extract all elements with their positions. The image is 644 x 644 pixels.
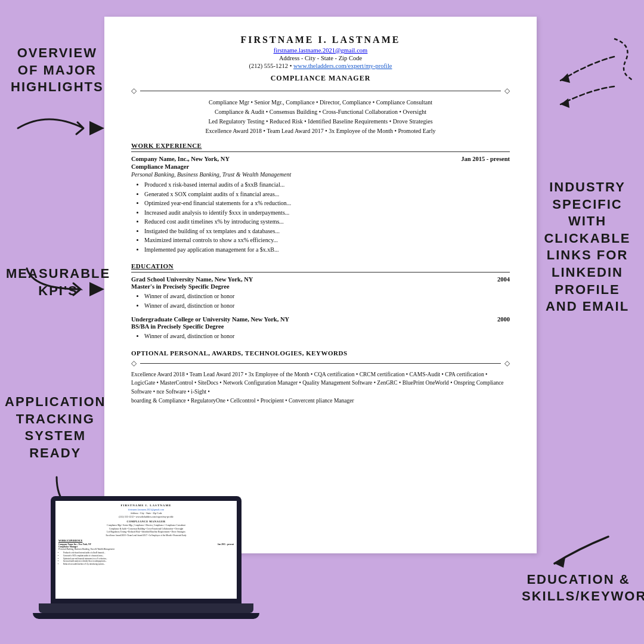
laptop-screen: FIRSTNAME I. LASTNAME firstname.lastname… [51, 496, 242, 603]
email-link[interactable]: firstname.lastname.2021@gmail.com [274, 47, 368, 54]
optional-text: Excellence Award 2018 • Team Lead Award … [131, 370, 510, 405]
work-divider [131, 151, 510, 152]
edu2-bullets: Winner of award, distinction or honor [144, 332, 510, 341]
bullet-3: Optimized year-end financial statements … [144, 199, 510, 208]
bullet-4: Increased audit analysis to identify $xx… [144, 208, 510, 218]
job1-header: Company Name, Inc., New York, NY Jan 201… [131, 156, 510, 162]
diamond-divider-top [131, 86, 510, 95]
resume-address: Address - City - State - Zip Code [131, 55, 510, 61]
bullet-2: Generated x SOX complaint audits of x fi… [144, 190, 510, 199]
edu-divider [131, 272, 510, 273]
optional-section: OPTIONAL PERSONAL, AWARDS, TECHNOLOGIES,… [131, 349, 510, 405]
edu1-degree: Master's in Precisely Specific Degree [131, 283, 510, 290]
bullet-8: Implemented pay application management f… [144, 245, 510, 255]
keywords-line4: Excellence Award 2018 • Team Lead Award … [131, 126, 510, 136]
keywords-line1: Compliance Mgr • Senior Mgr., Compliance… [131, 98, 510, 107]
diamond-divider-bottom [131, 359, 510, 368]
edu2-degree: BS/BA in Precisely Specific Degree [131, 323, 510, 330]
edu1-bullet-2: Winner of award, distinction or honor [144, 301, 510, 311]
edu2-year: 2000 [497, 316, 510, 323]
resume-name: FIRSTNAME I. LASTNAME [131, 35, 510, 45]
resume-email: firstname.lastname.2021@gmail.com [131, 47, 510, 54]
job1-subtitle: Personal Banking, Business Banking, Trus… [131, 171, 510, 178]
bullet-6: Instigated the building of xx templates … [144, 227, 510, 236]
edu1-bullets: Winner of award, distinction or honor Wi… [144, 292, 510, 310]
website-link[interactable]: www.theladders.com/expert/my-profile [293, 63, 392, 69]
keywords-line3: Led Regulatory Testing • Reduced Risk • … [131, 117, 510, 126]
measurable-arrow [9, 256, 113, 304]
edu1-year: 2004 [497, 276, 510, 283]
job1-company: Company Name, Inc., New York, NY [131, 156, 230, 162]
keywords-block: Compliance Mgr • Senior Mgr., Compliance… [131, 98, 510, 136]
edu2-header: Undergraduate College or University Name… [131, 316, 510, 323]
education-arrow [519, 525, 614, 572]
resume-title: COMPLIANCE MANAGER [131, 74, 510, 83]
education-header: EDUCATION [131, 262, 510, 270]
bullet-1: Produced x risk-based internal audits of… [144, 180, 510, 190]
laptop-container: FIRSTNAME I. LASTNAME firstname.lastname… [30, 496, 262, 627]
laptop-base [39, 603, 253, 613]
work-experience-header: WORK EXPERIENCE [131, 142, 510, 149]
job1-dates: Jan 2015 - present [461, 156, 510, 162]
optional-header: OPTIONAL PERSONAL, AWARDS, TECHNOLOGIES,… [131, 349, 510, 357]
divider-line-2 [140, 363, 501, 364]
edu1-school: Grad School University Name, New York, N… [131, 276, 253, 283]
dashed-arrows [495, 33, 632, 140]
overview-label: OVERVIEWOF MAJORHIGHLIGHTS [11, 45, 104, 96]
svg-marker-0 [89, 121, 104, 135]
keywords-line2: Compliance & Audit • Consensus Building … [131, 107, 510, 117]
svg-marker-1 [89, 282, 104, 296]
bullet-7: Maximized internal controls to show a xx… [144, 236, 510, 245]
job1-bullets: Produced x risk-based internal audits of… [144, 180, 510, 254]
laptop-screen-content: FIRSTNAME I. LASTNAME firstname.lastname… [55, 501, 237, 599]
bullet-5: Reduced cost audit timelines x% by intro… [144, 217, 510, 227]
resume-phone-website: (212) 555-1212 • www.theladders.com/expe… [131, 63, 510, 69]
edu1-header: Grad School University Name, New York, N… [131, 276, 510, 283]
job1-title: Compliance Manager [131, 163, 510, 170]
edu2-bullet-1: Winner of award, distinction or honor [144, 332, 510, 341]
laptop-bottom [33, 613, 259, 619]
edu2-school: Undergraduate College or University Name… [131, 316, 289, 323]
education-label: EDUCATION &SKILLS/KEYWORDS [522, 571, 635, 605]
svg-marker-3 [561, 73, 570, 83]
edu1-bullet-1: Winner of award, distinction or honor [144, 292, 510, 301]
industry-label: INDUSTRYSPECIFICWITHCLICKABLELINKS FORLI… [540, 179, 635, 315]
overview-arrow [12, 104, 119, 152]
ats-label: APPLICATIONTRACKINGSYSTEMREADY [5, 394, 106, 462]
resume-paper: FIRSTNAME I. LASTNAME firstname.lastname… [104, 17, 537, 553]
divider-line [140, 91, 501, 91]
